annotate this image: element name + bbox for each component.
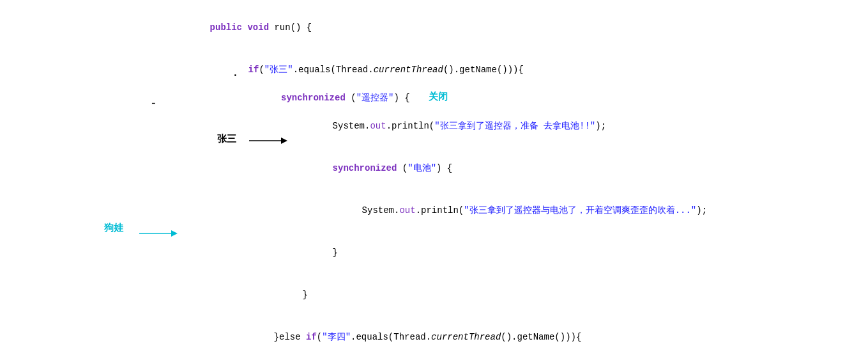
gou-annotation: 狗娃 (104, 222, 123, 234)
keyword-if: if (248, 65, 259, 75)
keyword-synchronized-2: synchronized (333, 163, 397, 173)
code-line-1: public void run() { (0, 6, 868, 49)
keyword-if2: if (306, 332, 317, 342)
svg-marker-1 (281, 138, 287, 144)
svg-marker-3 (171, 230, 178, 237)
gou-arrow (139, 227, 178, 240)
keyword-void: void (247, 22, 269, 33)
code-line-7: } (0, 232, 868, 274)
code-line-9: }else if("李四".equals(Thread.currentThrea… (0, 316, 868, 346)
zhang-annotation: 张三 (217, 133, 236, 145)
keyword-public: public (210, 22, 242, 33)
code-line-2: if("张三".equals(Thread.currentThread().ge… (0, 49, 868, 91)
code-line-4: System.out.println("张三拿到了遥控器，准备 去拿电池!!")… (0, 105, 868, 147)
keyword-synchronized-1: synchronized (281, 91, 346, 105)
code-line-3: synchronized ("遥控器") { 关闭 (0, 91, 868, 105)
code-area: public void run() { if("张三".equals(Threa… (0, 0, 868, 346)
close-tag-1: 关闭 (419, 91, 448, 105)
code-line-5: synchronized ("电池") { (0, 147, 868, 189)
dot-marker: · (232, 69, 239, 82)
dash-marker: - (150, 97, 157, 110)
code-line-6: System.out.println("张三拿到了遥控器与电池了，开着空调爽歪歪… (0, 189, 868, 232)
zhang-arrow (249, 134, 287, 147)
code-line-8: } (0, 274, 868, 316)
